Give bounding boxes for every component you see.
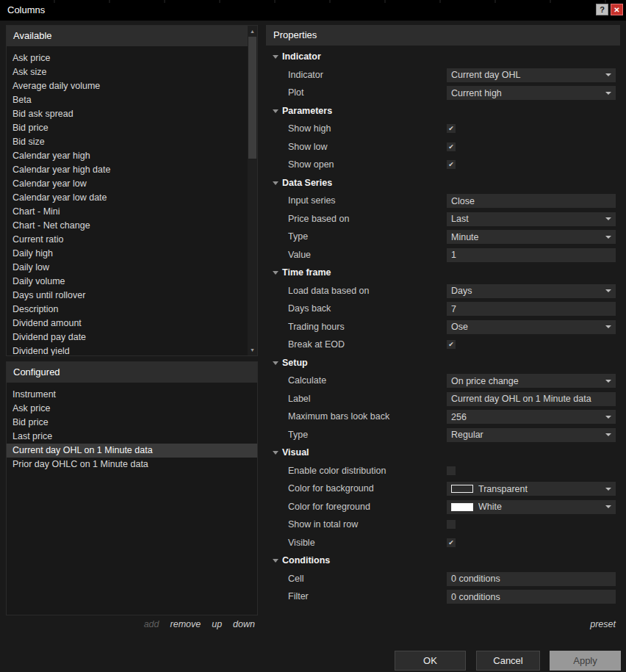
collapse-triangle-icon[interactable]: [273, 361, 278, 365]
apply-button[interactable]: Apply: [550, 651, 621, 671]
checkbox-break-at-eod[interactable]: ✔: [447, 340, 456, 349]
input-filter[interactable]: 0 conditions: [447, 590, 616, 604]
available-item-dividend-pay-date[interactable]: Dividend pay date: [7, 330, 248, 344]
available-item-daily-low[interactable]: Daily low: [7, 261, 248, 275]
property-row-show-high: Show high✔: [266, 120, 620, 139]
available-item-dividend-yield[interactable]: Dividend yield: [7, 344, 248, 355]
available-listbox: Available Ask priceAsk sizeAverage daily…: [6, 25, 258, 356]
category-row-setup[interactable]: Setup: [266, 355, 620, 373]
available-item-daily-high[interactable]: Daily high: [7, 247, 248, 261]
configured-item-bid-price[interactable]: Bid price: [7, 416, 257, 430]
input-days-back[interactable]: 7: [447, 302, 616, 316]
titlebar: Columns ? ✕: [0, 0, 626, 21]
category-label: Setup: [282, 358, 308, 368]
available-item-calendar-year-low-date[interactable]: Calendar year low date: [7, 191, 248, 205]
category-row-indicator[interactable]: Indicator: [266, 48, 620, 67]
collapse-triangle-icon[interactable]: [273, 271, 278, 275]
checkbox-show-in-total-row[interactable]: [447, 520, 456, 529]
property-row-indicator: IndicatorCurrent day OHL: [266, 67, 620, 85]
input-input-series[interactable]: Close: [447, 194, 616, 208]
category-row-conditions[interactable]: Conditions: [266, 552, 620, 571]
add-button[interactable]: add: [144, 619, 159, 629]
checkbox-show-open[interactable]: ✔: [447, 160, 456, 169]
configured-item-last-price[interactable]: Last price: [7, 430, 257, 444]
input-value[interactable]: 1: [447, 248, 616, 262]
input-cell[interactable]: 0 conditions: [447, 572, 616, 586]
configured-item-instrument[interactable]: Instrument: [7, 388, 257, 402]
available-item-daily-volume[interactable]: Daily volume: [7, 275, 248, 289]
available-item-ask-size[interactable]: Ask size: [7, 65, 248, 79]
available-item-current-ratio[interactable]: Current ratio: [7, 233, 248, 247]
dropdown-price-based-on[interactable]: Last: [447, 212, 616, 226]
color-dropdown-color-for-foreground[interactable]: White: [447, 500, 616, 514]
down-button[interactable]: down: [233, 619, 255, 629]
scrollbar-thumb[interactable]: [248, 37, 256, 159]
available-item-bid-size[interactable]: Bid size: [7, 135, 248, 149]
dropdown-type[interactable]: Minute: [447, 230, 616, 244]
available-item-calendar-year-high-date[interactable]: Calendar year high date: [7, 163, 248, 177]
input-label[interactable]: Current day OHL on 1 Minute data: [447, 392, 616, 406]
available-item-dividend-amount[interactable]: Dividend amount: [7, 317, 248, 330]
chevron-down-icon: [605, 289, 611, 292]
available-item-chart-mini[interactable]: Chart - Mini: [7, 205, 248, 219]
property-row-cell: Cell0 conditions: [266, 571, 620, 589]
property-label: Type: [288, 231, 308, 242]
checkbox-show-high[interactable]: ✔: [447, 124, 456, 133]
dropdown-type[interactable]: Regular: [447, 428, 616, 442]
available-item-bid-ask-spread[interactable]: Bid ask spread: [7, 107, 248, 121]
available-item-average-daily-volume[interactable]: Average daily volume: [7, 79, 248, 93]
scroll-down-icon[interactable]: ▼: [248, 345, 257, 355]
up-button[interactable]: up: [212, 619, 222, 629]
available-item-beta[interactable]: Beta: [7, 93, 248, 107]
available-item-chart-net-change[interactable]: Chart - Net change: [7, 219, 248, 233]
configured-item-prior-day-ohlc-on-1-minute-data[interactable]: Prior day OHLC on 1 Minute data: [7, 458, 257, 472]
category-row-visual[interactable]: Visual: [266, 444, 620, 463]
category-row-time-frame[interactable]: Time frame: [266, 264, 620, 283]
dropdown-calculate[interactable]: On price change: [447, 374, 616, 388]
chevron-down-icon: [605, 433, 611, 436]
scroll-up-icon[interactable]: ▲: [248, 26, 257, 36]
checkbox-visible[interactable]: ✔: [447, 538, 456, 547]
chevron-down-icon: [605, 380, 611, 383]
property-label: Indicator: [288, 70, 323, 80]
close-button[interactable]: ✕: [611, 4, 623, 15]
cancel-button[interactable]: Cancel: [476, 651, 540, 671]
available-item-ask-price[interactable]: Ask price: [7, 51, 248, 65]
available-scrollbar[interactable]: ▲ ▼: [248, 26, 257, 355]
collapse-triangle-icon[interactable]: [273, 181, 278, 185]
field-value: Regular: [451, 430, 602, 440]
help-button[interactable]: ?: [596, 4, 608, 15]
property-row-visible: Visible✔: [266, 535, 620, 553]
checkbox-enable-color-distribution[interactable]: [447, 466, 456, 475]
configured-item-current-day-ohl-on-1-minute-data[interactable]: Current day OHL on 1 Minute data: [7, 444, 257, 458]
available-item-days-until-rollover[interactable]: Days until rollover: [7, 289, 248, 303]
available-item-calendar-year-high[interactable]: Calendar year high: [7, 149, 248, 163]
collapse-triangle-icon[interactable]: [273, 559, 278, 563]
properties-header: Properties: [266, 25, 620, 46]
dropdown-plot[interactable]: Current high: [447, 86, 616, 100]
available-item-description[interactable]: Description: [7, 303, 248, 317]
category-row-data-series[interactable]: Data Series: [266, 175, 620, 193]
dropdown-load-data-based-on[interactable]: Days: [447, 284, 616, 298]
chevron-down-icon: [605, 217, 611, 220]
chevron-down-icon: [605, 92, 611, 95]
color-dropdown-color-for-background[interactable]: Transparent: [447, 482, 616, 496]
checkbox-show-low[interactable]: ✔: [447, 142, 456, 151]
remove-button[interactable]: remove: [170, 619, 201, 629]
dropdown-trading-hours[interactable]: Ose: [447, 320, 616, 334]
field-value: Current day OHL on 1 Minute data: [451, 394, 611, 404]
property-row-load-data-based-on: Load data based onDays: [266, 283, 620, 301]
category-label: Visual: [282, 447, 309, 458]
dropdown-indicator[interactable]: Current day OHL: [447, 68, 616, 82]
available-item-bid-price[interactable]: Bid price: [7, 121, 248, 135]
dropdown-maximum-bars-look-back[interactable]: 256: [447, 410, 616, 424]
property-label: Plot: [288, 87, 304, 98]
category-row-parameters[interactable]: Parameters: [266, 103, 620, 121]
configured-item-ask-price[interactable]: Ask price: [7, 402, 257, 416]
collapse-triangle-icon[interactable]: [273, 55, 278, 59]
collapse-triangle-icon[interactable]: [273, 451, 278, 455]
preset-link[interactable]: preset: [266, 619, 616, 629]
collapse-triangle-icon[interactable]: [273, 109, 278, 113]
ok-button[interactable]: OK: [395, 651, 466, 671]
available-item-calendar-year-low[interactable]: Calendar year low: [7, 177, 248, 191]
